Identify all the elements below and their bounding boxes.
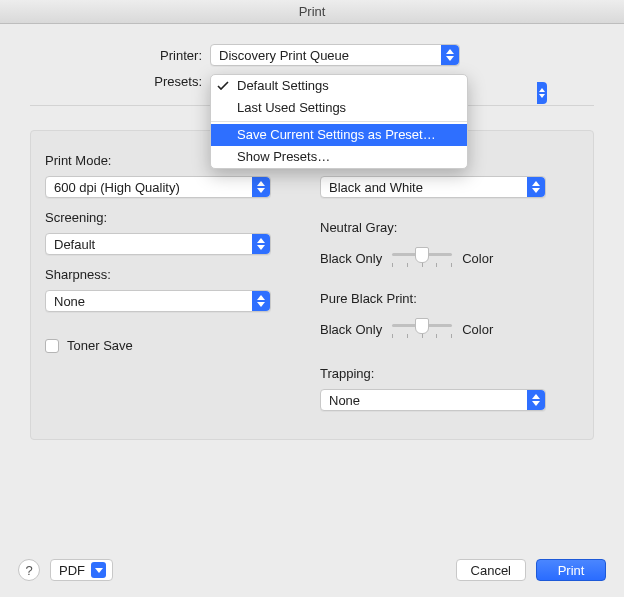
screening-select[interactable]: Default [45,233,271,255]
cancel-button[interactable]: Cancel [456,559,526,581]
updown-icon [252,234,270,254]
slider-right-label: Color [462,251,493,266]
pdf-menu-button[interactable]: PDF [50,559,113,581]
trapping-select[interactable]: None [320,389,546,411]
screening-label: Screening: [45,210,304,225]
help-button[interactable]: ? [18,559,40,581]
presets-dropdown[interactable]: Default Settings Last Used Settings Save… [210,74,468,169]
settings-panel: Print Mode: 600 dpi (High Quality) Scree… [30,130,594,440]
preset-item-last-used[interactable]: Last Used Settings [211,97,467,119]
toner-save-checkbox[interactable]: Toner Save [45,338,304,353]
neutral-gray-label: Neutral Gray: [320,220,579,235]
print-button[interactable]: Print [536,559,606,581]
window-title: Print [299,4,326,19]
printer-label: Printer: [40,48,210,63]
preset-item-show[interactable]: Show Presets… [211,146,467,168]
menu-separator [211,121,467,122]
sharpness-select[interactable]: None [45,290,271,312]
printer-select[interactable]: Discovery Print Queue [210,44,460,66]
preset-item-save[interactable]: Save Current Settings as Preset… [211,124,467,146]
trapping-label: Trapping: [320,366,579,381]
check-icon [217,77,229,99]
updown-icon [252,291,270,311]
slider-left-label: Black Only [320,322,382,337]
updown-icon [441,45,459,65]
neutral-gray-slider[interactable] [392,247,452,269]
color-mode-select[interactable]: Black and White [320,176,546,198]
pure-black-slider[interactable] [392,318,452,340]
updown-icon [527,390,545,410]
window-titlebar: Print [0,0,624,24]
print-mode-select[interactable]: 600 dpi (High Quality) [45,176,271,198]
slider-left-label: Black Only [320,251,382,266]
chevron-down-icon [91,562,106,578]
updown-icon [252,177,270,197]
updown-icon [527,177,545,197]
sharpness-label: Sharpness: [45,267,304,282]
printer-value: Discovery Print Queue [219,48,349,63]
checkbox-box [45,339,59,353]
preset-item-default[interactable]: Default Settings [211,75,467,97]
pure-black-label: Pure Black Print: [320,291,579,306]
presets-select-stub[interactable] [537,82,547,104]
presets-label: Presets: [40,74,210,89]
footer: ? PDF Cancel Print [0,543,624,597]
slider-right-label: Color [462,322,493,337]
